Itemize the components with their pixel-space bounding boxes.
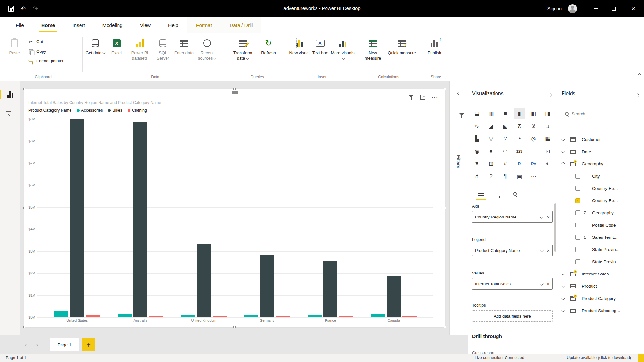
expand-collapse-button[interactable] [562, 285, 565, 287]
matrix-icon[interactable]: # [499, 158, 511, 169]
restore-button[interactable] [605, 0, 623, 17]
stacked-bar-chart-icon[interactable]: ▤ [471, 108, 483, 119]
field-table-row[interactable]: Date [557, 145, 644, 158]
field-table-row[interactable]: ✓Product Category [557, 292, 644, 304]
field-item-row[interactable]: ✓Country Re... [557, 194, 644, 207]
smart-narrative-icon[interactable]: ¶ [499, 171, 511, 182]
tab-analytics[interactable] [513, 188, 517, 200]
selection-handle[interactable] [233, 88, 236, 90]
python-visual-icon[interactable]: Py [528, 158, 539, 169]
tab-insert[interactable]: Insert [64, 17, 94, 33]
field-checkbox[interactable] [575, 247, 580, 252]
drag-handle[interactable] [232, 91, 238, 94]
field-checkbox[interactable] [575, 235, 580, 240]
field-checkbox[interactable] [575, 174, 580, 179]
tab-modeling[interactable]: Modeling [94, 17, 131, 33]
tooltips-drop-zone[interactable]: Add data fields here [472, 310, 553, 322]
field-table-row[interactable]: ✓Geography [557, 158, 644, 170]
collapse-fields-button[interactable] [636, 92, 639, 98]
format-painter-button[interactable]: Format painter [26, 57, 65, 65]
line-and-clustered-column-chart-icon[interactable]: ⊻ [528, 121, 539, 132]
collapse-visualizations-button[interactable] [549, 92, 552, 98]
search-input[interactable] [572, 111, 630, 116]
bar-bikes-2[interactable] [197, 244, 211, 317]
field-table-row[interactable]: ✓Internet Sales [557, 268, 644, 280]
expand-collapse-button[interactable] [562, 162, 565, 165]
bar-accessories-2[interactable] [181, 315, 195, 317]
more-visuals-button[interactable]: More visuals [330, 36, 355, 71]
get-data-button[interactable]: Get data [85, 36, 106, 71]
publish-button[interactable]: ↑ Publish [422, 36, 446, 71]
remove-field-icon[interactable]: × [547, 281, 550, 287]
selection-handle[interactable] [444, 326, 446, 328]
field-checkbox[interactable] [575, 210, 580, 215]
field-checkbox[interactable]: ✓ [575, 198, 580, 203]
tab-home[interactable]: Home [33, 17, 64, 33]
line-chart-icon[interactable]: ∿ [471, 121, 483, 132]
model-view-button[interactable] [5, 109, 15, 120]
remove-field-icon[interactable]: × [547, 214, 550, 220]
more-options-icon[interactable]: ⋯ [528, 171, 539, 182]
field-item-row[interactable]: Postal Code [557, 219, 644, 231]
chevron-down-icon[interactable] [540, 282, 544, 285]
next-page-button[interactable]: › [33, 340, 41, 349]
field-table-row[interactable]: Customer [557, 133, 644, 145]
fields-search-box[interactable] [562, 108, 640, 119]
refresh-button[interactable]: ↻ Refresh [257, 36, 280, 71]
text-box-button[interactable]: A Text box [310, 36, 330, 71]
field-item-row[interactable]: State Provin... [557, 255, 644, 268]
enter-data-button[interactable]: Enter data [174, 36, 194, 71]
tab-format[interactable]: Format [187, 17, 221, 33]
scatter-chart-icon[interactable]: ∵ [499, 133, 511, 144]
field-table-row[interactable]: Product Subcateg... [557, 304, 644, 317]
selection-handle[interactable] [23, 207, 25, 209]
previous-page-button[interactable]: ‹ [22, 340, 30, 349]
selection-handle[interactable] [23, 326, 25, 328]
remove-field-icon[interactable]: × [547, 248, 550, 253]
chevron-down-icon[interactable] [540, 248, 544, 252]
field-item-row[interactable]: ΣGeography ... [557, 207, 644, 219]
field-item-row[interactable]: ΣSales Territ... [557, 231, 644, 243]
stacked-column-chart-icon[interactable]: ▥ [485, 108, 497, 119]
paginated-report-icon[interactable]: ▣ [514, 171, 525, 182]
bar-accessories-5[interactable] [371, 314, 385, 317]
qa-visual-icon[interactable]: ? [485, 171, 497, 182]
filled-map-icon[interactable]: ● [485, 146, 497, 157]
paste-button[interactable]: Paste [5, 36, 24, 71]
decomposition-tree-icon[interactable]: ⋔ [471, 171, 483, 182]
focus-mode-button[interactable] [418, 93, 427, 101]
tab-fields[interactable] [478, 188, 484, 200]
gauge-icon[interactable]: ◠ [499, 146, 511, 157]
bar-bikes-0[interactable] [70, 119, 84, 317]
kpi-icon[interactable]: ⊡ [542, 146, 554, 157]
multi-row-card-icon[interactable]: ≣ [528, 146, 539, 157]
bar-clothing-0[interactable] [86, 315, 100, 317]
report-view-button[interactable] [5, 89, 15, 100]
donut-chart-icon[interactable]: ◎ [528, 133, 539, 144]
bar-clothing-2[interactable] [213, 316, 227, 317]
bar-clothing-3[interactable] [276, 316, 290, 317]
map-icon[interactable]: ◉ [471, 146, 483, 157]
copy-button[interactable]: Copy [26, 47, 47, 55]
bar-accessories-4[interactable] [308, 315, 322, 317]
bar-accessories-1[interactable] [118, 314, 132, 317]
100-stacked-bar-chart-icon[interactable]: ◧ [528, 108, 539, 119]
100-stacked-column-chart-icon[interactable]: ◨ [542, 108, 554, 119]
funnel-chart-icon[interactable]: ▽ [485, 133, 497, 144]
expand-collapse-button[interactable] [562, 297, 565, 300]
update-available-link[interactable]: Update available (click to download) [567, 356, 631, 360]
field-item-row[interactable]: State Provin... [557, 243, 644, 255]
r-script-visual-icon[interactable]: R [514, 158, 525, 169]
transform-data-button[interactable]: Transform data [230, 36, 256, 71]
values-field-pill[interactable]: Internet Total Sales × [472, 278, 553, 290]
new-page-button[interactable]: + [82, 338, 95, 351]
minimize-button[interactable] [587, 0, 605, 17]
new-measure-button[interactable]: New measure [360, 36, 386, 71]
tab-view[interactable]: View [131, 17, 159, 33]
area-chart-icon[interactable]: ◢ [485, 121, 497, 132]
bar-clothing-1[interactable] [149, 316, 163, 317]
quick-measure-button[interactable]: ⚡ Quick measure [388, 36, 416, 71]
treemap-icon[interactable]: ▦ [542, 133, 554, 144]
legend-field-pill[interactable]: Product Category Name × [472, 245, 553, 256]
selection-handle[interactable] [444, 207, 446, 209]
